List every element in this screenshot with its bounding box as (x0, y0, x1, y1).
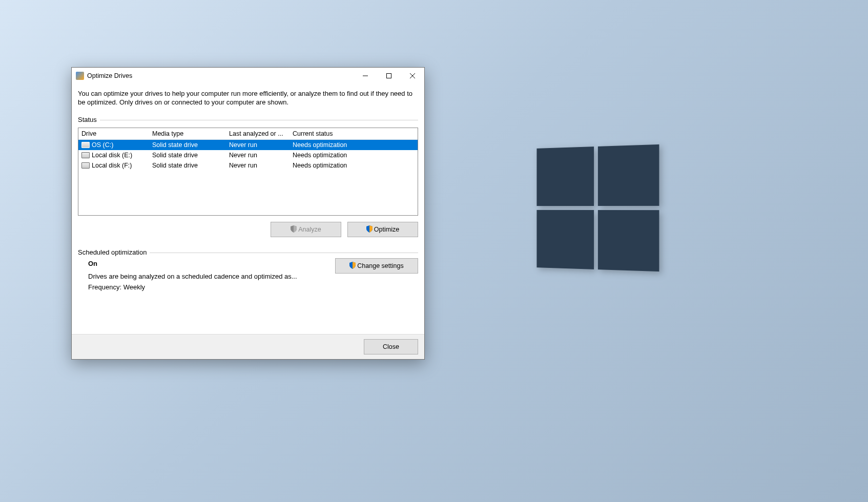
scheduled-section-label: Scheduled optimization (78, 248, 418, 256)
titlebar[interactable]: Optimize Drives (72, 68, 424, 84)
col-status[interactable]: Current status (290, 130, 418, 137)
desktop: Optimize Drives You can optimize your dr… (0, 0, 868, 502)
close-window-button[interactable] (401, 68, 424, 84)
minimize-button[interactable] (354, 68, 377, 84)
drive-icon (81, 152, 90, 158)
drive-row[interactable]: OS (C:) Solid state drive Never run Need… (78, 140, 418, 150)
maximize-button[interactable] (377, 68, 401, 84)
close-button[interactable]: Close (364, 339, 418, 354)
scheduled-description: Drives are being analyzed on a scheduled… (88, 271, 325, 282)
list-header[interactable]: Drive Media type Last analyzed or ... Cu… (78, 128, 418, 140)
dialog-footer: Close (72, 334, 424, 359)
col-last[interactable]: Last analyzed or ... (226, 130, 290, 137)
scheduled-state: On (88, 258, 325, 269)
col-drive[interactable]: Drive (78, 130, 149, 137)
status-section-label: Status (78, 116, 418, 123)
drive-row[interactable]: Local disk (F:) Solid state drive Never … (78, 160, 418, 171)
svg-rect-1 (387, 74, 391, 78)
window-title: Optimize Drives (87, 72, 354, 79)
scheduled-frequency: Frequency: Weekly (88, 282, 325, 292)
scheduled-text: On Drives are being analyzed on a schedu… (88, 258, 325, 292)
optimize-drives-dialog: Optimize Drives You can optimize your dr… (71, 67, 425, 360)
optimize-button[interactable]: Optimize (347, 222, 418, 237)
drive-row[interactable]: Local disk (E:) Solid state drive Never … (78, 150, 418, 160)
windows-logo-icon (536, 144, 659, 271)
shield-icon (291, 225, 297, 234)
drive-icon (81, 162, 90, 169)
change-settings-button[interactable]: Change settings (335, 258, 418, 274)
intro-text: You can optimize your drives to help you… (78, 89, 418, 107)
shield-icon (366, 225, 373, 234)
app-icon (76, 72, 84, 80)
shield-icon (349, 262, 356, 270)
analyze-button: Analyze (271, 222, 341, 237)
drive-icon (81, 142, 90, 148)
drives-list[interactable]: Drive Media type Last analyzed or ... Cu… (78, 128, 418, 216)
col-media[interactable]: Media type (149, 130, 226, 137)
